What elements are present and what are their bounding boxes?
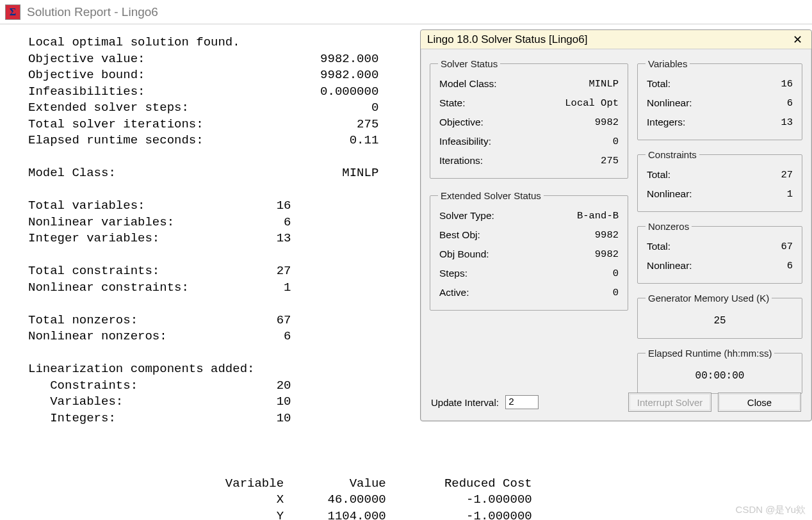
runtime-value: 00:00:00 — [646, 364, 794, 386]
memory-value: 25 — [646, 309, 794, 330]
nz-total-value: 67 — [781, 241, 793, 252]
vars-total-label: Total: — [647, 78, 670, 90]
app-icon: Σ — [5, 4, 20, 20]
nonzeros-legend: Nonzeros — [646, 221, 692, 232]
variables-legend: Variables — [646, 58, 690, 69]
watermark: CSDN @是Yu欸 — [736, 504, 806, 516]
solver-type-label: Solver Type: — [439, 210, 494, 222]
cons-total-value: 27 — [781, 169, 793, 181]
nz-nonlin-value: 6 — [787, 260, 793, 272]
nz-nonlin-label: Nonlinear: — [647, 260, 692, 272]
solver-status-group: Solver Status Model Class:MINLP State:Lo… — [430, 58, 628, 179]
solver-type-value: B-and-B — [577, 210, 619, 222]
best-obj-label: Best Obj: — [439, 229, 480, 241]
constraints-legend: Constraints — [646, 149, 699, 160]
cons-total-label: Total: — [647, 169, 670, 181]
steps-label: Steps: — [439, 268, 467, 279]
vars-nonlin-label: Nonlinear: — [647, 97, 692, 109]
close-icon[interactable]: ✕ — [790, 33, 805, 47]
extended-legend: Extended Solver Status — [438, 190, 544, 201]
vars-total-value: 16 — [781, 78, 793, 90]
update-interval-input[interactable] — [505, 395, 539, 409]
vars-int-label: Integers: — [647, 117, 685, 128]
memory-legend: Generator Memory Used (K) — [646, 293, 772, 304]
state-label: State: — [439, 97, 466, 109]
constraints-group: Constraints Total:27 Nonlinear:1 — [637, 149, 802, 212]
runtime-legend: Elapsed Runtime (hh:mm:ss) — [646, 348, 774, 359]
state-value: Local Opt — [565, 97, 619, 109]
steps-value: 0 — [613, 268, 619, 279]
obj-bound-label: Obj Bound: — [439, 248, 489, 260]
active-label: Active: — [439, 287, 469, 298]
dialog-title-text: Lingo 18.0 Solver Status [Lingo6] — [427, 33, 587, 46]
cons-nonlin-value: 1 — [787, 188, 793, 200]
update-interval-label: Update Interval: — [431, 397, 499, 408]
memory-group: Generator Memory Used (K) 25 — [637, 293, 802, 339]
variables-group: Variables Total:16 Nonlinear:6 Integers:… — [637, 58, 802, 140]
model-class-value: MINLP — [589, 78, 619, 90]
interrupt-solver-button[interactable]: Interrupt Solver — [628, 393, 711, 412]
iter-value: 275 — [601, 155, 619, 167]
iter-label: Iterations: — [439, 155, 483, 167]
vars-nonlin-value: 6 — [787, 97, 793, 109]
active-value: 0 — [613, 287, 619, 298]
vars-int-value: 13 — [781, 117, 793, 128]
best-obj-value: 9982 — [595, 229, 619, 241]
close-button[interactable]: Close — [718, 393, 801, 412]
nz-total-label: Total: — [647, 241, 670, 252]
cons-nonlin-label: Nonlinear: — [647, 188, 692, 200]
window-titlebar: Σ Solution Report - Lingo6 — [0, 0, 812, 24]
infeas-value: 0 — [613, 136, 619, 147]
window-title: Solution Report - Lingo6 — [27, 5, 158, 19]
objective-label: Objective: — [439, 117, 483, 128]
extended-solver-group: Extended Solver Status Solver Type:B-and… — [430, 190, 628, 311]
solver-status-legend: Solver Status — [438, 58, 500, 69]
nonzeros-group: Nonzeros Total:67 Nonlinear:6 — [637, 221, 802, 284]
model-class-label: Model Class: — [439, 78, 497, 90]
objective-value: 9982 — [595, 117, 619, 128]
dialog-titlebar[interactable]: Lingo 18.0 Solver Status [Lingo6] ✕ — [421, 30, 811, 49]
solver-status-dialog: Lingo 18.0 Solver Status [Lingo6] ✕ Solv… — [420, 29, 812, 421]
obj-bound-value: 9982 — [595, 248, 619, 260]
runtime-group: Elapsed Runtime (hh:mm:ss) 00:00:00 — [637, 348, 802, 394]
infeas-label: Infeasibility: — [439, 136, 491, 147]
